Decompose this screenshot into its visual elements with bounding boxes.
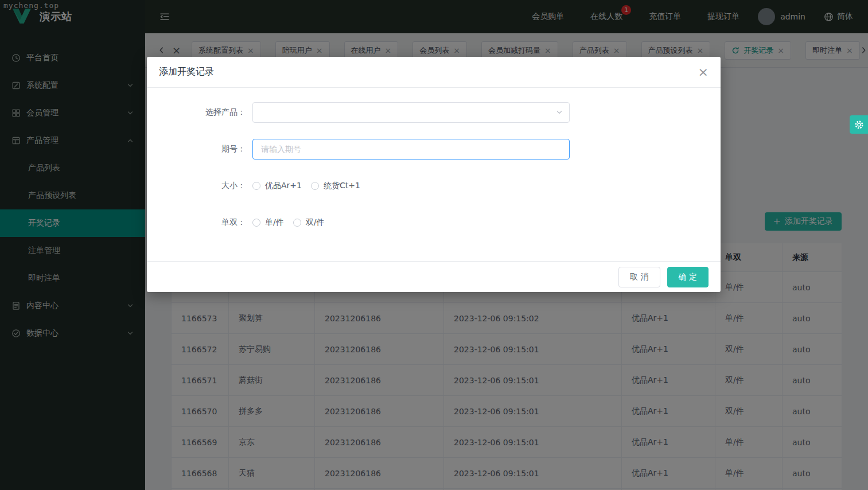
period-label: 期号： (147, 144, 246, 154)
product-select-label: 选择产品： (147, 107, 246, 118)
add-record-modal: 添加开奖记录 × 选择产品： 期号： 大小： 优品Ar+1 统货Ct+1 单双：… (147, 57, 721, 292)
modal-body: 选择产品： 期号： 大小： 优品Ar+1 统货Ct+1 单双： 单/件 双/件 (147, 88, 721, 261)
size-radio-row: 大小： 优品Ar+1 统货Ct+1 (147, 168, 721, 204)
settings-gear-button[interactable] (850, 115, 868, 134)
parity-radio-row: 单双： 单/件 双/件 (147, 204, 721, 241)
cancel-button[interactable]: 取 消 (618, 267, 660, 287)
chevron-down-icon (556, 109, 563, 116)
parity-radio-option-2[interactable] (293, 219, 301, 227)
parity-label: 单双： (147, 217, 246, 228)
size-label: 大小： (147, 181, 246, 191)
period-input[interactable] (252, 139, 570, 160)
product-select[interactable] (252, 102, 570, 123)
period-input-row: 期号： (147, 131, 721, 168)
parity-option-2-label: 双/件 (306, 217, 325, 228)
modal-header: 添加开奖记录 × (147, 57, 721, 88)
size-option-2-label: 统货Ct+1 (324, 181, 360, 191)
parity-option-1-label: 单/件 (265, 217, 284, 228)
confirm-button[interactable]: 确 定 (667, 267, 709, 287)
size-radio-option-2[interactable] (311, 182, 319, 190)
modal-title: 添加开奖记录 (159, 66, 214, 78)
modal-footer: 取 消 确 定 (147, 261, 721, 292)
parity-radio-option-1[interactable] (252, 219, 260, 227)
close-icon[interactable]: × (698, 66, 709, 79)
product-select-row: 选择产品： (147, 94, 721, 131)
size-option-1-label: 优品Ar+1 (265, 181, 302, 191)
gear-icon (854, 119, 865, 130)
size-radio-option-1[interactable] (252, 182, 260, 190)
